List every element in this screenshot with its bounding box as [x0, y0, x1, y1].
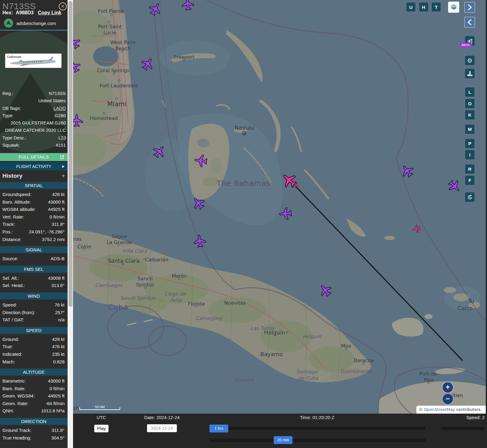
data-label: Groundspeed: [2, 191, 31, 198]
aircraft-marker[interactable] [73, 114, 83, 127]
map-tiles [73, 0, 487, 414]
data-value: ADS-B [51, 255, 65, 263]
panel-header: N713SS × Hex:A988D3Copy Link adsbexchang… [0, 0, 68, 30]
data-row: Groundspeed:428 kt [0, 191, 68, 198]
map-filter-button-i[interactable]: I [465, 150, 475, 159]
data-value: 43000 ft [48, 377, 65, 385]
history-expand-icon[interactable]: + [61, 171, 65, 180]
expand-right-button[interactable] [464, 2, 475, 13]
layers-button[interactable] [448, 2, 459, 13]
data-label: Speed: [2, 301, 17, 309]
aircraft-photo[interactable]: Gulfstream [5, 54, 61, 68]
play-button[interactable]: Play [94, 425, 109, 432]
data-row: Geom. WGS84:44925 ft [0, 392, 68, 400]
flight-activity-button[interactable]: FLIGHT ACTIVITY ▶ [0, 162, 68, 170]
aircraft-photo-caption: Gulfstream [7, 55, 21, 58]
info-label: Reg.: [2, 90, 13, 97]
data-row: True Heading:304.5° [0, 434, 68, 442]
data-row: Geom. Rate:-64 ft/min [0, 400, 68, 408]
data-value: 43000 ft [48, 198, 65, 206]
map-toggle-button-u[interactable]: U [406, 2, 415, 12]
copy-link[interactable]: Copy Link [38, 10, 61, 15]
trail-length-slider-handle[interactable]: 1 hrs [209, 425, 228, 432]
map-toggle-button-h[interactable]: H [419, 2, 428, 12]
aircraft-marker[interactable] [412, 224, 421, 233]
data-label: Baro. Rate: [2, 385, 26, 393]
data-row: Indicated:235 kt [0, 351, 68, 358]
info-label: DB flags: [2, 105, 21, 112]
info-label: Type: [2, 112, 14, 119]
data-row: True:476 kt [0, 343, 68, 351]
time-heading: Time: 01:20:20 Z [300, 415, 335, 420]
date-heading: Date: 2024-12-24 [144, 415, 180, 420]
map-filter-button-l[interactable]: L [465, 87, 475, 97]
replay-step-slider-track[interactable] [210, 439, 426, 442]
data-value: 44925 ft [48, 392, 65, 400]
data-value: 3752.2 nmi [42, 236, 65, 243]
login-icon [467, 38, 473, 44]
sidebar-scrollbar[interactable] [68, 0, 73, 448]
aircraft-marker[interactable] [192, 233, 207, 249]
aircraft-info-row: Reg.:N713SS [0, 90, 68, 97]
brand-row: adsbexchange.com [4, 18, 56, 28]
data-label: Baro. Altitude: [2, 198, 31, 206]
aircraft-marker[interactable] [278, 206, 293, 221]
zoom-in-button[interactable]: + [443, 382, 453, 393]
data-label: Ground: [2, 336, 19, 343]
leaderboard-button[interactable] [465, 69, 475, 78]
data-row: Source:ADS-B [0, 255, 68, 263]
trail-length-slider-track[interactable] [209, 427, 426, 430]
data-label: Pos.: [2, 228, 13, 236]
brand-name[interactable]: adsbexchange.com [16, 21, 56, 26]
collapse-left-button[interactable] [464, 17, 475, 28]
data-value: 0.828 [53, 358, 65, 366]
replay-step-slider-handle[interactable]: 20 min [274, 436, 293, 444]
map-toggle-button-t[interactable]: T [432, 2, 441, 12]
map-filter-button-f[interactable]: F [465, 176, 475, 185]
data-row: Direction (from):257° [0, 309, 68, 317]
layers-icon [450, 4, 458, 11]
map-filter-button-o[interactable]: O [465, 99, 475, 108]
data-label: Mach: [2, 358, 15, 366]
speed-slider-track[interactable] [442, 427, 484, 430]
aircraft-marker[interactable] [180, 0, 195, 11]
data-value: 257° [55, 309, 65, 317]
data-value: 311.8° [52, 427, 65, 434]
data-value: 44925 ft [48, 206, 65, 213]
data-row: Ground:428 kt [0, 336, 68, 343]
map-filter-button-r[interactable]: R [465, 164, 475, 174]
full-details-label: FULL DETAILS [19, 155, 49, 159]
aircraft-info-row: United States [0, 97, 68, 104]
data-value: 313.6° [51, 282, 65, 289]
chevron-left-icon [466, 19, 473, 26]
zoom-out-button[interactable]: − [443, 394, 453, 404]
full-details-button[interactable]: FULL DETAILS [0, 153, 68, 161]
aircraft-info-row: 2015 GULFSTREAM G280 [0, 119, 68, 127]
section-header: SIGNAL [0, 246, 68, 253]
data-row: Track:311.8° [0, 221, 68, 228]
data-label: Source: [2, 255, 18, 263]
data-label: True Heading: [2, 434, 31, 442]
date-input[interactable]: 2024-12-24 [147, 424, 177, 432]
map-filter-button-p[interactable]: P [465, 139, 475, 148]
close-icon[interactable]: × [59, 2, 67, 10]
info-value[interactable]: LADD [54, 105, 66, 112]
data-value: 0 ft/min [50, 385, 65, 393]
login-button[interactable] [465, 36, 475, 46]
speed-heading: Speed: 2 [466, 415, 485, 420]
map-filter-button-m[interactable]: M [465, 124, 475, 134]
scrollbar-thumb[interactable] [68, 1, 72, 307]
data-label: Vert. Rate: [2, 213, 24, 221]
settings-button[interactable]: ⚙ [465, 56, 475, 65]
section-header: SPEED [0, 327, 68, 334]
telemetry-sections: SPATIALGroundspeed:428 ktBaro. Altitude:… [0, 182, 68, 445]
replay-button[interactable] [465, 192, 475, 202]
external-link-icon [60, 155, 64, 159]
hex-label: Hex: [2, 10, 13, 15]
hex-row: Hex:A988D3Copy Link [2, 10, 61, 16]
info-value: L2J [58, 134, 66, 142]
map-filter-button-k[interactable]: K [465, 110, 475, 120]
aircraft-marker[interactable] [193, 153, 208, 168]
data-row: Baro. Altitude:43000 ft [0, 198, 68, 206]
map-canvas[interactable]: Fort PiercePort SaintLucieWest PalmBeach… [73, 0, 487, 414]
